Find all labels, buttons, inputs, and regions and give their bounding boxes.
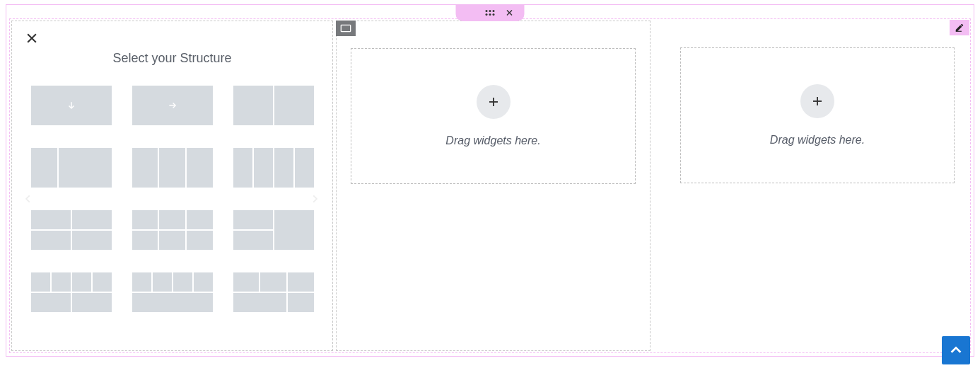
structure-cell: [295, 148, 314, 188]
structure-cell: [31, 272, 50, 292]
structure-cell: [233, 148, 252, 188]
structure-cell: [159, 231, 185, 250]
structure-option[interactable]: [132, 210, 213, 250]
dropzone-hint: Drag widgets here.: [770, 134, 865, 146]
scroll-to-top-button[interactable]: [942, 336, 970, 364]
structure-prev-button[interactable]: [22, 188, 35, 210]
structure-grid: [25, 86, 320, 312]
structure-cell: [132, 148, 158, 188]
structure-cell: [233, 272, 259, 292]
structure-cell: [173, 272, 192, 292]
structure-cell: [288, 293, 314, 312]
structure-cell: [59, 148, 112, 188]
structure-cell: [31, 231, 71, 250]
edit-column-button[interactable]: [950, 20, 969, 35]
svg-rect-11: [956, 31, 962, 32]
structure-cell: [72, 231, 112, 250]
structure-cell: [233, 210, 273, 229]
chevron-up-icon: [948, 343, 964, 358]
structure-option[interactable]: [31, 210, 112, 250]
structure-cell: [274, 210, 314, 250]
structure-option[interactable]: [132, 272, 213, 312]
drag-handle-icon[interactable]: [486, 10, 495, 16]
structure-cell: [187, 231, 213, 250]
structure-cell: [233, 86, 273, 125]
widget-dropzone[interactable]: Drag widgets here.: [351, 48, 636, 184]
dropzone-hint: Drag widgets here.: [445, 134, 540, 147]
structure-option[interactable]: [132, 86, 213, 125]
structure-cell: [159, 210, 185, 229]
structure-cell: [274, 148, 293, 188]
structure-panel: Select your Structure: [11, 21, 333, 351]
structure-cell: [159, 148, 185, 188]
widget-dropzone[interactable]: Drag widgets here.: [680, 47, 955, 183]
structure-cell: [132, 272, 151, 292]
structure-option[interactable]: [31, 86, 112, 125]
structure-option[interactable]: [31, 148, 112, 188]
svg-rect-8: [341, 25, 350, 31]
structure-cell: [31, 210, 71, 229]
structure-cell: [254, 148, 273, 188]
structure-cell: [31, 86, 112, 125]
structure-cell: [31, 293, 71, 312]
structure-cell: [288, 272, 314, 292]
structure-option[interactable]: [233, 210, 314, 250]
structure-cell: [31, 148, 57, 188]
structure-cell: [93, 272, 112, 292]
structure-cell: [153, 272, 172, 292]
section-inner: Select your Structure: [9, 18, 971, 353]
close-section-button[interactable]: [505, 8, 515, 18]
structure-cell: [187, 148, 213, 188]
structure-cell: [233, 293, 286, 312]
structure-option[interactable]: [233, 86, 314, 125]
structure-cell: [187, 210, 213, 229]
plus-icon: [487, 96, 500, 108]
section-outline: Select your Structure: [6, 4, 974, 357]
structure-cell: [132, 293, 213, 312]
structure-next-button[interactable]: [308, 188, 321, 210]
edit-icon: [955, 23, 964, 33]
add-widget-button[interactable]: [477, 85, 511, 119]
structure-cell: [132, 210, 158, 229]
structure-option[interactable]: [132, 148, 213, 188]
structure-cell: [132, 231, 158, 250]
structure-cell: [194, 272, 213, 292]
structure-option[interactable]: [233, 272, 314, 312]
plus-icon: [811, 95, 824, 108]
structure-cell: [72, 210, 112, 229]
add-widget-button[interactable]: [800, 84, 834, 118]
add-section-button[interactable]: [466, 8, 476, 18]
close-structure-panel-button[interactable]: [23, 30, 40, 47]
structure-cell: [72, 293, 112, 312]
structure-cell: [72, 272, 91, 292]
column-handle-button[interactable]: [336, 21, 356, 36]
structure-cell: [52, 272, 71, 292]
column-icon: [340, 24, 351, 33]
structure-cell: [260, 272, 286, 292]
structure-cell: [132, 86, 213, 125]
structure-option[interactable]: [31, 272, 112, 312]
section-toolbar: [456, 4, 525, 21]
editor-column[interactable]: Drag widgets here.: [666, 21, 969, 351]
structure-option[interactable]: [233, 148, 314, 188]
structure-cell: [233, 231, 273, 250]
structure-panel-title: Select your Structure: [25, 51, 320, 66]
structure-cell: [274, 86, 314, 125]
editor-column[interactable]: Drag widgets here.: [336, 21, 651, 351]
